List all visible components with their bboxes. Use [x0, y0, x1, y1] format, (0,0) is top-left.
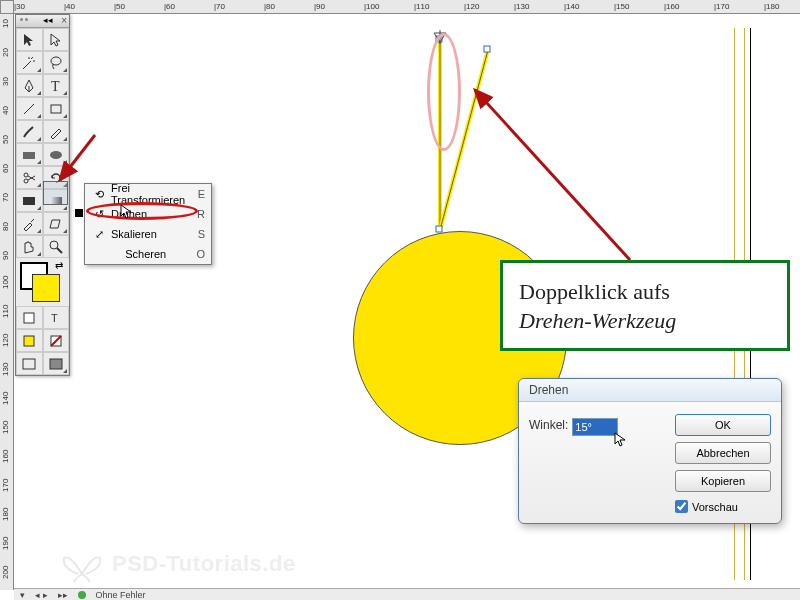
- svg-point-14: [24, 179, 28, 183]
- hand-tool[interactable]: [16, 235, 43, 258]
- color-swatches[interactable]: ⇄: [16, 258, 69, 306]
- svg-rect-12: [23, 152, 35, 159]
- collapse-icon[interactable]: ◂◂: [43, 15, 53, 25]
- pen-tool[interactable]: [16, 74, 43, 97]
- flyout-shortcut: O: [196, 248, 205, 260]
- angle-label: Winkel:: [529, 418, 568, 432]
- direct-select-tool[interactable]: [43, 28, 70, 51]
- cancel-button[interactable]: Abbrechen: [675, 442, 771, 464]
- screen-mode-2[interactable]: [43, 352, 70, 375]
- svg-text:T: T: [51, 312, 58, 324]
- svg-rect-20: [24, 313, 34, 323]
- svg-rect-26: [50, 359, 62, 369]
- transform-flyout-menu: ⟲ Frei Transformieren E ↺ Drehen R ⤢ Ska…: [84, 183, 212, 265]
- copy-button[interactable]: Kopieren: [675, 470, 771, 492]
- flyout-label: Skalieren: [107, 228, 198, 240]
- status-indicator-icon: [78, 591, 86, 599]
- rotate-dialog: Drehen Winkel: OK Abbrechen Kopieren Vor…: [518, 378, 782, 524]
- gradient-tool[interactable]: [16, 189, 43, 212]
- svg-line-19: [57, 248, 62, 253]
- callout-text-italic: Drehen-Werkzeug: [519, 308, 771, 334]
- flyout-label: Scheren: [91, 248, 196, 260]
- angle-input[interactable]: [572, 418, 618, 436]
- status-bar: ▾ ◂ ▸ ▸▸ Ohne Fehler: [14, 588, 800, 600]
- palette-header[interactable]: ◂◂ ×: [16, 15, 69, 28]
- svg-point-13: [50, 151, 62, 159]
- svg-point-8: [51, 57, 61, 65]
- flyout-rotate[interactable]: ↺ Drehen R: [85, 204, 211, 224]
- scale-icon: ⤢: [91, 228, 107, 241]
- watermark: PSD-Tutorials.de: [60, 544, 296, 584]
- svg-line-10: [24, 104, 34, 114]
- flyout-label: Frei Transformieren: [107, 182, 198, 206]
- type-on-path[interactable]: T: [43, 306, 70, 329]
- selected-tool-highlight: [43, 181, 68, 205]
- svg-rect-16: [23, 197, 35, 205]
- eyedropper-tool[interactable]: [16, 212, 43, 235]
- status-nav[interactable]: ◂ ▸: [35, 590, 48, 600]
- callout-text: Doppelklick aufs: [519, 277, 771, 308]
- free-transform-icon: ⟲: [91, 188, 107, 201]
- preview-checkbox[interactable]: Vorschau: [675, 500, 771, 513]
- close-icon[interactable]: ×: [61, 15, 67, 26]
- flyout-scale[interactable]: ⤢ Skalieren S: [85, 224, 211, 244]
- flyout-shortcut: E: [198, 188, 205, 200]
- rectangle-shape-tool[interactable]: [16, 143, 43, 166]
- blend-tool[interactable]: [43, 212, 70, 235]
- scissors-tool[interactable]: [16, 166, 43, 189]
- status-nav[interactable]: ▸▸: [58, 590, 68, 600]
- ellipse-shape-tool[interactable]: [43, 143, 70, 166]
- flyout-label: Drehen: [107, 208, 197, 220]
- ruler-vertical: 1020304050607080901001101201301401501601…: [0, 14, 14, 590]
- flyout-shear[interactable]: Scheren O: [85, 244, 211, 264]
- svg-point-18: [50, 241, 58, 249]
- swap-icon[interactable]: ⇄: [55, 260, 63, 271]
- svg-rect-11: [51, 105, 61, 113]
- lasso-tool[interactable]: [43, 51, 70, 74]
- line-tool[interactable]: [16, 97, 43, 120]
- dialog-title: Drehen: [519, 379, 781, 402]
- preview-checkbox-input[interactable]: [675, 500, 688, 513]
- status-text: Ohne Fehler: [96, 590, 146, 600]
- svg-point-15: [24, 173, 28, 177]
- flyout-shortcut: R: [197, 208, 205, 220]
- ok-button[interactable]: OK: [675, 414, 771, 436]
- type-tool[interactable]: T: [43, 74, 70, 97]
- svg-rect-25: [23, 359, 35, 369]
- butterfly-logo-icon: [60, 544, 104, 584]
- rect-tool[interactable]: [43, 97, 70, 120]
- svg-rect-22: [24, 336, 34, 346]
- brush-tool[interactable]: [16, 120, 43, 143]
- preview-label: Vorschau: [692, 501, 738, 513]
- zoom-tool[interactable]: [43, 235, 70, 258]
- active-indicator: [75, 209, 83, 217]
- watermark-text: PSD-Tutorials.de: [112, 551, 296, 577]
- flyout-free-transform[interactable]: ⟲ Frei Transformieren E: [85, 184, 211, 204]
- instruction-callout: Doppelklick aufs Drehen-Werkzeug: [500, 260, 790, 351]
- ruler-horizontal: |30|40|50|60|70|80|90|100|110|120|130|14…: [14, 0, 800, 14]
- rotate-icon: ↺: [91, 208, 107, 221]
- svg-text:T: T: [51, 79, 60, 94]
- none-swatch[interactable]: [43, 329, 70, 352]
- color-mode[interactable]: [16, 306, 43, 329]
- fill-swatch[interactable]: [32, 274, 60, 302]
- flyout-shortcut: S: [198, 228, 205, 240]
- magic-wand-tool[interactable]: [16, 51, 43, 74]
- screen-mode-1[interactable]: [16, 352, 43, 375]
- fill-swatch-small[interactable]: [16, 329, 43, 352]
- status-control[interactable]: ▾: [20, 590, 25, 600]
- selection-tool[interactable]: [16, 28, 43, 51]
- pencil-tool[interactable]: [43, 120, 70, 143]
